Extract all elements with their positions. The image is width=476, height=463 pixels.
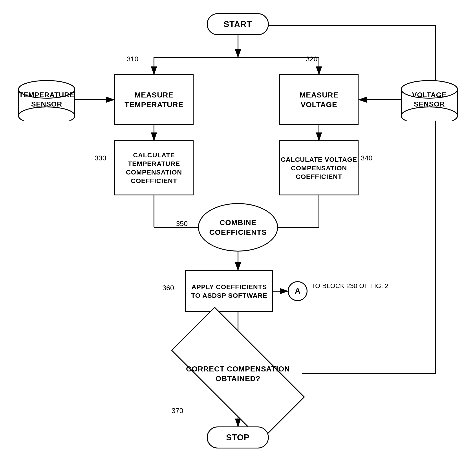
calc-voltage-comp-process: CALCULATE VOLTAGE COMPENSATION COEFFICIE… — [279, 140, 359, 196]
stop-terminal: STOP — [207, 427, 269, 448]
calc-temp-comp-process: CALCULATE TEMPERATURE COMPENSATION COEFF… — [114, 140, 194, 196]
combine-coefficients-ellipse: COMBINE COEFFICIENTS — [198, 203, 278, 251]
temp-sensor-cylinder: TEMPERATURE SENSOR — [18, 79, 75, 121]
decision-text: CORRECT COMPENSATION OBTAINED? — [174, 364, 302, 383]
apply-coefficients-process: APPLY COEFFICIENTS TO ASDSP SOFTWARE — [185, 270, 273, 312]
label-320: 320 — [306, 55, 317, 63]
label-360: 360 — [162, 284, 174, 292]
measure-temperature-process: MEASURE TEMPERATURE — [114, 74, 194, 125]
start-terminal: START — [207, 13, 269, 35]
connector-a: A — [288, 281, 308, 301]
decision-diamond-wrapper: CORRECT COMPENSATION OBTAINED? — [174, 343, 302, 404]
temp-sensor-label: TEMPERATURE SENSOR — [17, 90, 77, 109]
label-340: 340 — [361, 154, 372, 162]
measure-voltage-process: MEASURE VOLTAGE — [279, 74, 359, 125]
to-block-label: TO BLOCK 230 OF FIG. 2 — [311, 281, 388, 291]
voltage-sensor-label: VOLTAGE SENSOR — [401, 90, 458, 109]
label-350: 350 — [176, 220, 188, 228]
label-330: 330 — [95, 154, 106, 162]
voltage-sensor-cylinder: VOLTAGE SENSOR — [401, 79, 458, 121]
label-310: 310 — [127, 55, 138, 63]
label-370: 370 — [172, 407, 183, 415]
flowchart: START 310 320 TEMPERATURE SENSOR VOLTAGE… — [0, 0, 476, 463]
